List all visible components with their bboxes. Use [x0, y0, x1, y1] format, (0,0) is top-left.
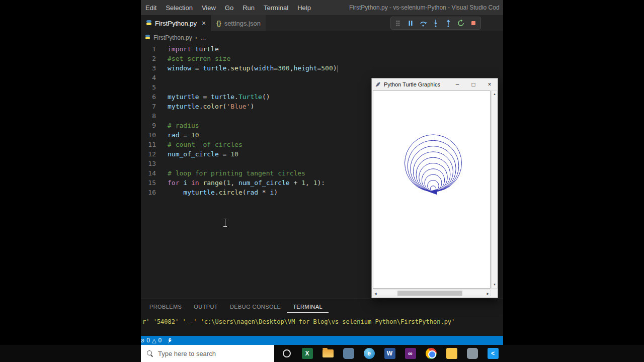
cortana-icon [283, 349, 291, 357]
code-line[interactable]: 3window = turtle.setup(width=300,height=… [141, 63, 503, 73]
taskbar: XeW∞< [0, 345, 644, 362]
scroll-up-icon[interactable]: ▲ [493, 92, 496, 97]
tab-settings-json[interactable]: {} settings.json [211, 15, 266, 31]
turtle-arrow-icon [428, 189, 438, 195]
code-line[interactable]: 2#set scrren size [141, 54, 503, 63]
line-number: 13 [141, 159, 156, 168]
error-circle-icon: ⊘ [141, 337, 144, 344]
taskbar-button-sticky-notes[interactable] [441, 345, 462, 362]
code-text: import turtle [168, 44, 219, 54]
app-icon-1 [343, 348, 354, 359]
turtle-canvas-area: ▲ ▼ ◀ ▶ [373, 90, 498, 298]
menu-item-terminal[interactable]: Terminal [259, 4, 293, 12]
bottom-panel: PROBLEMSOUTPUTDEBUG CONSOLETERMINAL r' '… [141, 299, 503, 336]
python-file-icon [146, 20, 152, 27]
chevron-right-icon: › [195, 34, 197, 41]
breadcrumb-more[interactable]: … [200, 34, 206, 41]
rocket-icon[interactable] [164, 337, 175, 343]
stop-icon[interactable] [469, 19, 477, 27]
taskbar-button-vscode[interactable]: < [482, 345, 503, 362]
close-button[interactable]: × [481, 78, 498, 90]
grip-icon[interactable] [394, 19, 402, 27]
turtle-title-bar[interactable]: Python Turtle Graphics – □ × [372, 78, 498, 90]
maximize-button[interactable]: □ [465, 78, 481, 90]
panel-tab-problems[interactable]: PROBLEMS [143, 301, 188, 313]
breadcrumb-file[interactable]: FirstPython.py [153, 34, 192, 41]
taskbar-button-excel[interactable]: X [297, 345, 317, 362]
panel-tab-terminal[interactable]: TERMINAL [287, 301, 329, 313]
vertical-scrollbar[interactable]: ▲ ▼ [491, 90, 498, 289]
terminal-output: r' '54082' '--' 'c:\Users\nagen\Desktop\… [142, 318, 455, 325]
line-number: 15 [141, 178, 156, 188]
line-number: 8 [141, 111, 156, 121]
search-input[interactable] [158, 350, 264, 357]
menu-item-help[interactable]: Help [293, 4, 315, 12]
line-number: 6 [141, 92, 156, 102]
warning-triangle-icon: △ [152, 337, 156, 344]
close-tab-icon[interactable]: × [202, 19, 206, 27]
step-over-icon[interactable] [419, 19, 427, 27]
text-cursor-icon [225, 219, 225, 226]
line-number: 10 [141, 130, 156, 140]
minimize-button[interactable]: – [449, 78, 465, 90]
scroll-right-icon[interactable]: ▶ [487, 291, 489, 297]
panel-tab-debug-console[interactable]: DEBUG CONSOLE [224, 301, 287, 313]
line-number: 2 [141, 54, 156, 63]
menu-item-run[interactable]: Run [238, 4, 259, 12]
code-text: myturtle.circle(rad * i) [168, 188, 278, 197]
line-number: 9 [141, 121, 156, 130]
taskbar-button-photos[interactable] [462, 345, 482, 362]
scroll-down-icon[interactable]: ▼ [493, 282, 496, 288]
scrollbar-thumb[interactable] [397, 291, 462, 296]
taskbar-search[interactable] [141, 345, 274, 362]
file-explorer-icon [323, 349, 334, 357]
code-text: #set scrren size [168, 54, 230, 63]
menu-item-view[interactable]: View [197, 4, 220, 12]
visual-studio-icon: ∞ [405, 348, 416, 359]
edge-icon: e [364, 348, 375, 359]
code-line[interactable]: 1import turtle [141, 44, 503, 54]
step-into-icon[interactable] [432, 19, 440, 27]
line-number: 16 [141, 188, 156, 197]
scroll-left-icon[interactable]: ◀ [374, 291, 377, 297]
menu-item-go[interactable]: Go [220, 4, 238, 12]
panel-tabs: PROBLEMSOUTPUTDEBUG CONSOLETERMINAL [141, 301, 503, 313]
menu-item-selection[interactable]: Selection [161, 4, 197, 12]
taskbar-button-app-icon-1[interactable] [338, 345, 359, 362]
vscode-icon: < [488, 348, 499, 359]
taskbar-button-visual-studio[interactable]: ∞ [400, 345, 421, 362]
excel-icon: X [302, 348, 313, 359]
chrome-icon [426, 348, 437, 359]
tab-label: FirstPython.py [155, 20, 197, 27]
json-braces-icon: {} [216, 20, 221, 27]
taskbar-button-edge[interactable]: e [359, 345, 379, 362]
tab-firstpython-py[interactable]: FirstPython.py × [141, 15, 211, 31]
line-number: 7 [141, 102, 156, 111]
line-number: 5 [141, 82, 156, 92]
taskbar-button-file-explorer[interactable] [317, 345, 338, 362]
step-out-icon[interactable] [444, 19, 452, 27]
taskbar-button-cortana[interactable] [276, 345, 297, 362]
title-bar: EditSelectionViewGoRunTerminalHelp First… [141, 0, 503, 15]
breadcrumb[interactable]: FirstPython.py › … [141, 31, 503, 44]
sticky-notes-icon [446, 348, 457, 359]
tab-label: settings.json [224, 20, 261, 27]
turtle-canvas [373, 90, 491, 289]
taskbar-button-word[interactable]: W [379, 345, 400, 362]
code-text: for i in range(1, num_of_circle + 1, 1): [168, 178, 325, 188]
menu-item-edit[interactable]: Edit [141, 4, 161, 12]
problems-indicator[interactable]: ⊘ 0 △ 0 [141, 337, 164, 344]
line-number: 3 [141, 63, 156, 73]
menu-bar: EditSelectionViewGoRunTerminalHelp [141, 3, 315, 12]
pause-icon[interactable] [407, 19, 415, 27]
line-number: 4 [141, 73, 156, 82]
code-text: myturtle.color('Blue') [168, 102, 254, 111]
panel-tab-output[interactable]: OUTPUT [188, 301, 224, 313]
code-text: # radius [168, 121, 199, 130]
debug-toolbar [390, 17, 481, 30]
restart-icon[interactable] [457, 19, 465, 27]
taskbar-button-chrome[interactable] [421, 345, 441, 362]
python-file-icon [145, 34, 150, 41]
horizontal-scrollbar[interactable]: ◀ ▶ [373, 290, 491, 296]
editor-caret [338, 65, 338, 72]
